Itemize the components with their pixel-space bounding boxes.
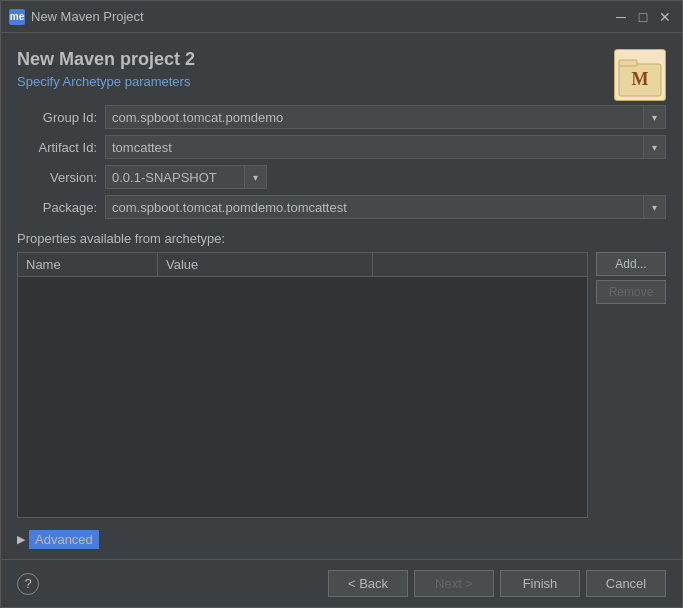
version-label: Version:: [17, 170, 97, 185]
properties-label: Properties available from archetype:: [17, 231, 666, 246]
advanced-toggle[interactable]: Advanced: [29, 530, 99, 549]
close-button[interactable]: ✕: [656, 8, 674, 26]
package-label: Package:: [17, 200, 97, 215]
page-subtitle: Specify Archetype parameters: [17, 74, 195, 89]
group-id-label: Group Id:: [17, 110, 97, 125]
window-controls: ─ □ ✕: [612, 8, 674, 26]
properties-area: Name Value Add... Remove: [17, 252, 666, 518]
table-body: [18, 277, 587, 517]
version-dropdown-btn[interactable]: ▾: [245, 165, 267, 189]
artifact-id-label: Artifact Id:: [17, 140, 97, 155]
title-bar: me New Maven Project ─ □ ✕: [1, 1, 682, 33]
group-id-field-wrap: ▾: [105, 105, 666, 129]
package-dropdown-btn[interactable]: ▾: [644, 195, 666, 219]
maven-logo: M: [617, 52, 663, 98]
maximize-button[interactable]: □: [634, 8, 652, 26]
minimize-button[interactable]: ─: [612, 8, 630, 26]
artifact-id-dropdown-btn[interactable]: ▾: [644, 135, 666, 159]
version-input[interactable]: [105, 165, 245, 189]
col-name-header: Name: [18, 253, 158, 276]
app-icon: me: [9, 9, 25, 25]
svg-text:M: M: [632, 69, 649, 89]
artifact-id-field-wrap: ▾: [105, 135, 666, 159]
col-extra-header: [373, 253, 587, 276]
help-button[interactable]: ?: [17, 573, 39, 595]
package-field-wrap: ▾: [105, 195, 666, 219]
group-id-input[interactable]: [105, 105, 644, 129]
advanced-row: ▶ Advanced: [17, 528, 666, 551]
remove-button[interactable]: Remove: [596, 280, 666, 304]
footer-buttons: < Back Next > Finish Cancel: [328, 570, 666, 597]
version-field-wrap: ▾: [105, 165, 666, 189]
header-area: New Maven project 2 Specify Archetype pa…: [17, 49, 666, 105]
properties-table: Name Value: [17, 252, 588, 518]
form-fields: Group Id: ▾ Artifact Id: ▾ Version: ▾ Pa…: [17, 105, 666, 219]
svg-rect-1: [619, 60, 637, 66]
footer: ? < Back Next > Finish Cancel: [1, 559, 682, 607]
artifact-id-input[interactable]: [105, 135, 644, 159]
table-header: Name Value: [18, 253, 587, 277]
package-input[interactable]: [105, 195, 644, 219]
col-value-header: Value: [158, 253, 373, 276]
window-title: New Maven Project: [31, 9, 612, 24]
footer-left: ?: [17, 573, 39, 595]
back-button[interactable]: < Back: [328, 570, 408, 597]
dialog-content: New Maven project 2 Specify Archetype pa…: [1, 33, 682, 559]
properties-buttons: Add... Remove: [596, 252, 666, 518]
next-button[interactable]: Next >: [414, 570, 494, 597]
group-id-dropdown-btn[interactable]: ▾: [644, 105, 666, 129]
add-button[interactable]: Add...: [596, 252, 666, 276]
maven-icon: M: [614, 49, 666, 101]
advanced-arrow-icon: ▶: [17, 533, 25, 546]
header-text: New Maven project 2 Specify Archetype pa…: [17, 49, 195, 105]
main-window: me New Maven Project ─ □ ✕ New Maven pro…: [0, 0, 683, 608]
cancel-button[interactable]: Cancel: [586, 570, 666, 597]
finish-button[interactable]: Finish: [500, 570, 580, 597]
page-title: New Maven project 2: [17, 49, 195, 70]
